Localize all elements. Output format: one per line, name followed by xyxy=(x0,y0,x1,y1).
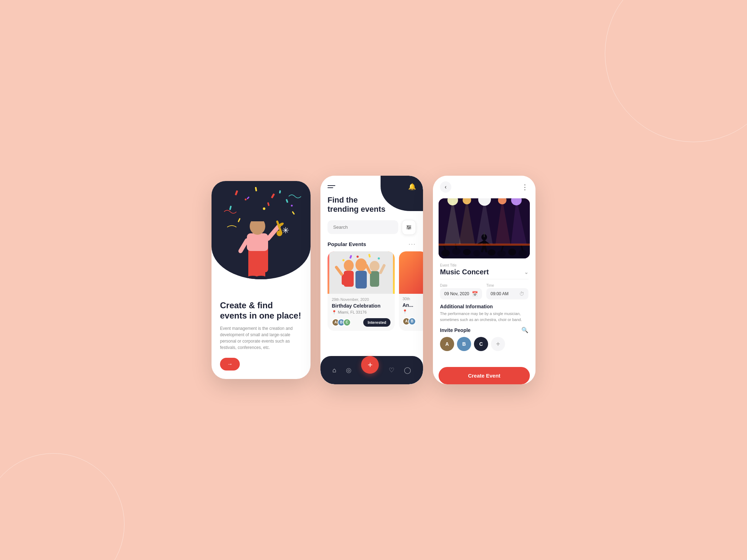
concert-image xyxy=(439,198,530,258)
nav-favorites-icon[interactable]: ♡ xyxy=(389,366,394,374)
screens-container: Create & find events in one place! Event… xyxy=(212,176,535,384)
invite-avatars: A B C + xyxy=(440,337,528,351)
svg-rect-25 xyxy=(253,212,262,220)
event-1-attendees: A B C xyxy=(332,319,349,326)
title-text: Find thetrending events xyxy=(328,196,386,214)
event-1-footer: A B C Interested xyxy=(328,318,395,327)
invite-avatar-3[interactable]: C xyxy=(474,337,488,351)
menu-line-1 xyxy=(328,185,335,186)
event-2-attendees: A B xyxy=(403,317,423,325)
concert-svg xyxy=(439,198,530,258)
nav-profile-icon[interactable]: ◯ xyxy=(404,366,411,374)
birthday-photo xyxy=(329,251,393,294)
splash-bg xyxy=(212,181,311,279)
nav-location-icon[interactable]: ◎ xyxy=(346,366,352,374)
event-2-date: 30th xyxy=(403,297,423,301)
chevron-down-icon: ⌄ xyxy=(524,269,528,275)
create-event-button[interactable]: Create Event xyxy=(439,367,530,384)
additional-info-text: The performance may be by a single music… xyxy=(440,311,528,322)
svg-rect-6 xyxy=(247,197,250,200)
get-started-button[interactable]: → xyxy=(220,358,240,371)
svg-point-43 xyxy=(370,261,380,272)
back-button[interactable]: ‹ xyxy=(440,181,451,193)
event-card-2-partial: 30th An... 📍 A B xyxy=(399,251,423,331)
svg-line-69 xyxy=(482,247,483,251)
search-input[interactable] xyxy=(328,220,398,234)
svg-rect-44 xyxy=(370,271,379,287)
phone-3: ‹ ⋮ xyxy=(433,176,535,384)
event-1-name: Birthday Celebration xyxy=(332,303,390,309)
menu-button[interactable] xyxy=(328,185,335,188)
event-card-1-image xyxy=(328,251,395,294)
event-title-text: Music Concert xyxy=(440,268,489,276)
svg-rect-9 xyxy=(279,190,281,193)
svg-point-30 xyxy=(277,231,282,236)
svg-line-27 xyxy=(241,240,247,251)
svg-line-70 xyxy=(485,247,486,251)
more-options-button[interactable]: ⋮ xyxy=(521,183,528,191)
phone-2: 🔔 Find thetrending events xyxy=(320,176,423,384)
time-value: 09:00 AM xyxy=(491,291,509,296)
svg-point-47 xyxy=(378,257,380,259)
screen1-description: Event management is the creation and dev… xyxy=(220,325,302,351)
additional-info-title: Additional Information xyxy=(440,304,528,309)
date-col: Date 09 Nov, 2020 📅 xyxy=(440,284,482,299)
musician-illustration xyxy=(230,202,286,279)
svg-point-75 xyxy=(473,250,480,256)
svg-point-74 xyxy=(463,249,471,255)
bottom-nav: ⌂ ◎ + ♡ ◯ xyxy=(320,356,423,384)
time-label: Time xyxy=(486,284,528,287)
screen1-title: Create & find events in one place! xyxy=(220,301,302,321)
clock-icon: ⏱ xyxy=(519,291,524,297)
event-card-1: 29th November, 2020 Birthday Celebration… xyxy=(328,251,395,331)
location-text: Miami, FL 33176 xyxy=(338,310,367,314)
arrow-icon: → xyxy=(227,361,233,367)
date-label: Date xyxy=(440,284,482,287)
screen3-form: Event Title Music Concert ⌄ Date 09 Nov,… xyxy=(433,258,535,367)
event-2-location: 📍 xyxy=(403,309,423,314)
attendee-avatar-5: B xyxy=(408,317,416,325)
screen1-content: Create & find events in one place! Event… xyxy=(212,279,311,379)
screen1: Create & find events in one place! Event… xyxy=(212,181,311,379)
event-card-1-body: 29th November, 2020 Birthday Celebration… xyxy=(328,294,395,315)
notification-icon[interactable]: 🔔 xyxy=(408,183,416,191)
add-person-button[interactable]: + xyxy=(491,337,505,351)
filter-icon xyxy=(406,224,412,230)
svg-point-41 xyxy=(355,258,367,271)
time-col: Time 09:00 AM ⏱ xyxy=(486,284,528,299)
svg-rect-84 xyxy=(439,244,530,246)
invite-search-icon[interactable]: 🔍 xyxy=(521,327,528,333)
nav-add-button[interactable]: + xyxy=(361,356,379,374)
popular-events-label: Popular Events xyxy=(328,241,366,247)
event-title-label: Event Title xyxy=(440,263,528,267)
events-list: 29th November, 2020 Birthday Celebration… xyxy=(320,251,423,331)
nav-home-icon[interactable]: ⌂ xyxy=(332,367,336,374)
event-1-date: 29th November, 2020 xyxy=(332,297,390,302)
svg-point-12 xyxy=(291,205,293,206)
date-value: 09 Nov, 2020 xyxy=(444,291,469,296)
event-title-value: Music Concert ⌄ xyxy=(440,268,528,279)
invite-header: Invite People 🔍 xyxy=(440,327,528,333)
screen3: ‹ ⋮ xyxy=(433,176,535,384)
attendee-avatar-3: C xyxy=(343,319,351,326)
time-input[interactable]: 09:00 AM ⏱ xyxy=(486,288,528,299)
date-time-row: Date 09 Nov, 2020 📅 Time 09:00 AM ⏱ xyxy=(440,284,528,299)
events-more-button[interactable]: ··· xyxy=(409,240,416,248)
location-icon-2: 📍 xyxy=(403,309,407,314)
search-bar xyxy=(328,220,416,235)
filter-button[interactable] xyxy=(402,220,416,235)
phone-1: Create & find events in one place! Event… xyxy=(212,181,311,379)
date-input[interactable]: 09 Nov, 2020 📅 xyxy=(440,288,482,299)
screen3-header: ‹ ⋮ xyxy=(433,176,535,198)
invite-avatar-1[interactable]: A xyxy=(440,337,454,351)
calendar-icon: 📅 xyxy=(472,291,478,297)
add-icon: + xyxy=(367,360,372,370)
svg-rect-40 xyxy=(342,274,347,285)
event-card-2-body: 30th An... 📍 A B xyxy=(399,294,423,328)
interested-button[interactable]: Interested xyxy=(363,318,390,327)
svg-point-78 xyxy=(508,249,516,256)
invite-avatar-2[interactable]: B xyxy=(457,337,471,351)
menu-line-2 xyxy=(328,187,333,188)
svg-rect-22 xyxy=(247,233,268,251)
invite-title: Invite People xyxy=(440,327,470,333)
